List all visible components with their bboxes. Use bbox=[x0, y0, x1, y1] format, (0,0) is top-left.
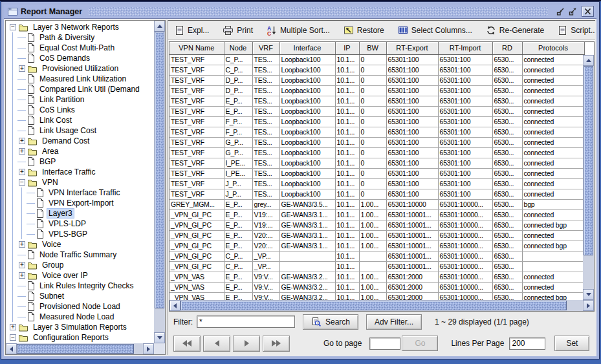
table-row[interactable]: TEST_VRFJ_P...TES...Loopback10010.1...06… bbox=[169, 178, 584, 189]
tree-item-compared-link-util-demand[interactable]: Compared Link Util (Demand bbox=[8, 84, 154, 94]
expand-toggle-icon[interactable]: + bbox=[10, 324, 16, 330]
tree-item-provisioned-utilization[interactable]: +Provisioned Utilization bbox=[8, 63, 154, 74]
table-row[interactable]: _VPN_GI_PCC_P..._VP...10.1...65301:10001… bbox=[169, 251, 584, 261]
table-row[interactable]: _VPN_VASE_P...V9:V...GE-WAN3/3.2...10.1.… bbox=[169, 282, 584, 292]
filter-input[interactable] bbox=[197, 316, 295, 328]
tree-item-provisioned-node-load[interactable]: Provisioned Node Load bbox=[8, 301, 154, 312]
toolbar-button-print[interactable]: Print bbox=[223, 25, 253, 36]
scroll-left-button[interactable] bbox=[6, 343, 17, 354]
scrollbar-thumb[interactable] bbox=[155, 32, 164, 308]
tree-item-link-rules-integrity-checks[interactable]: Link Rules Integrity Checks bbox=[8, 281, 154, 291]
scroll-down-button[interactable] bbox=[583, 289, 594, 300]
tree-item-layer-3-network-reports[interactable]: −Layer 3 Network Reports bbox=[8, 22, 154, 32]
table-row[interactable]: TEST_VRFF_P...TES...Loopback10010.1...06… bbox=[169, 127, 584, 137]
column-header-rt-import[interactable]: RT-Import bbox=[438, 42, 492, 54]
collapse-toggle-icon[interactable]: − bbox=[10, 334, 16, 341]
toolbar-button-multiple-sort[interactable]: ACMultiple Sort... bbox=[267, 25, 330, 36]
last-page-button[interactable] bbox=[263, 336, 290, 352]
table-row[interactable]: TEST_VRFI_PE...TES...Loopback10010.1...0… bbox=[169, 168, 584, 178]
table-row[interactable]: TEST_VRFF_P...TES...Loopback10010.1...06… bbox=[169, 116, 584, 127]
table-vertical-scrollbar[interactable] bbox=[583, 55, 594, 300]
toolbar-button-restore[interactable]: Restore bbox=[344, 25, 384, 35]
search-button[interactable]: Search bbox=[303, 314, 358, 330]
tree-item-cos-demands[interactable]: CoS Demands bbox=[8, 53, 154, 63]
tree-item-layer3[interactable]: Layer3 bbox=[8, 208, 154, 219]
tree-item-vpn[interactable]: −VPN bbox=[8, 177, 154, 187]
expand-toggle-icon[interactable]: + bbox=[19, 65, 25, 72]
toolbar-button-re-generate[interactable]: Re-Generate bbox=[486, 25, 544, 36]
table-row[interactable]: GREY_MGM...E_P...grey...GE-WAN3/3.5...10… bbox=[169, 199, 584, 209]
table-row[interactable]: TEST_VRFC_P...TES...Loopback10010.1...06… bbox=[169, 65, 584, 75]
tree-item-group[interactable]: +Group bbox=[8, 260, 154, 270]
table-row[interactable]: TEST_VRFG_P...TES...Loopback10010.1...06… bbox=[169, 137, 584, 147]
tree-item-vpls-bgp[interactable]: VPLS-BGP bbox=[8, 229, 154, 239]
title-bar[interactable]: Report Manager bbox=[4, 5, 596, 19]
expand-toggle-icon[interactable]: + bbox=[19, 169, 25, 175]
minimize-button[interactable] bbox=[554, 6, 567, 17]
goto-page-input[interactable] bbox=[369, 337, 400, 350]
toolbar-button-script[interactable]: Script... bbox=[558, 25, 595, 36]
scrollbar-thumb[interactable] bbox=[180, 301, 567, 310]
tree-item-voice[interactable]: +Voice bbox=[8, 239, 154, 250]
table-row[interactable]: TEST_VRFE_P...TES...Loopback10010.1...06… bbox=[169, 106, 584, 116]
expand-toggle-icon[interactable]: + bbox=[19, 262, 25, 268]
table-row[interactable]: _VPN_GI_PCE_P...V19:...GE-WAN3/3.1...10.… bbox=[169, 209, 584, 220]
scrollbar-track[interactable] bbox=[17, 343, 143, 354]
table-row[interactable]: TEST_VRFE_P...TES...Loopback10010.1...06… bbox=[169, 96, 584, 106]
tree-item-bgp[interactable]: BGP bbox=[8, 156, 154, 167]
scrollbar-track[interactable] bbox=[583, 66, 594, 289]
tree-item-layer-3-simulation-reports[interactable]: +Layer 3 Simulation Reports bbox=[8, 322, 154, 332]
next-page-button[interactable] bbox=[233, 336, 260, 352]
tree-item-link-cost[interactable]: Link Cost bbox=[8, 115, 154, 125]
column-header-node[interactable]: Node bbox=[224, 42, 252, 54]
column-header-rd[interactable]: RD bbox=[492, 42, 522, 54]
collapse-toggle-icon[interactable]: − bbox=[10, 24, 16, 30]
go-button[interactable]: Go bbox=[402, 336, 438, 351]
toolbar-button-select-columns[interactable]: Select Columns... bbox=[398, 25, 472, 35]
column-header-bw[interactable]: BW bbox=[359, 42, 386, 54]
scrollbar-track[interactable] bbox=[180, 300, 583, 311]
tree-item-equal-cost-multi-path[interactable]: Equal Cost Multi-Path bbox=[8, 43, 154, 53]
table-horizontal-scrollbar[interactable] bbox=[169, 300, 594, 311]
scroll-up-button[interactable] bbox=[154, 21, 165, 32]
tree-item-node-traffic-summary[interactable]: Node Traffic Summary bbox=[8, 250, 154, 260]
scroll-left-button[interactable] bbox=[169, 300, 180, 311]
column-header-interface[interactable]: Interface bbox=[279, 42, 335, 54]
scroll-right-button[interactable] bbox=[143, 343, 154, 354]
toolbar-button-expl[interactable]: Expl... bbox=[175, 25, 209, 36]
tree-item-path-diversity[interactable]: Path & Diversity bbox=[8, 32, 154, 43]
table-row[interactable]: TEST_VRFD_P...TES...Loopback10010.1...06… bbox=[169, 75, 584, 85]
table-row[interactable]: TEST_VRFC_P...TES...Loopback10010.1...06… bbox=[169, 54, 584, 65]
collapse-toggle-icon[interactable]: − bbox=[19, 179, 25, 186]
scroll-right-button[interactable] bbox=[583, 300, 594, 311]
lines-per-page-input[interactable] bbox=[509, 337, 545, 350]
scrollbar-thumb[interactable] bbox=[17, 344, 134, 354]
table-row[interactable]: _VPN_GI_PCE_P...V19:...GE-WAN3/3.1...10.… bbox=[169, 220, 584, 230]
first-page-button[interactable] bbox=[173, 336, 201, 352]
table-row[interactable]: TEST_VRFI_PE...TES...Loopback10010.1...0… bbox=[169, 158, 584, 168]
expand-toggle-icon[interactable]: + bbox=[19, 148, 25, 155]
tree-item-measured-node-load[interactable]: Measured Node Load bbox=[8, 312, 154, 322]
column-header-rt-export[interactable]: RT-Export bbox=[386, 42, 438, 54]
close-button[interactable] bbox=[582, 6, 594, 17]
expand-toggle-icon[interactable]: + bbox=[19, 138, 25, 144]
table-row[interactable]: _VPN_GI_PCE_P...V20:...GE-WAN3/3.1...10.… bbox=[169, 241, 584, 251]
tree-item-voice-over-ip[interactable]: +Voice over IP bbox=[8, 270, 154, 281]
tree-item-configuration-reports[interactable]: −Configuration Reports bbox=[8, 332, 154, 343]
scroll-up-button[interactable] bbox=[583, 55, 594, 66]
tree-item-measured-link-utilization[interactable]: Measured Link Utilization bbox=[8, 74, 154, 84]
tree-item-area[interactable]: +Area bbox=[8, 146, 154, 156]
adv-filter-button[interactable]: Adv Filter... bbox=[366, 314, 422, 330]
tree-item-vpn-interface-traffic[interactable]: VPN Interface Traffic bbox=[8, 187, 154, 198]
column-header-vrf[interactable]: VRF bbox=[252, 42, 279, 54]
tree-horizontal-scrollbar[interactable] bbox=[6, 343, 154, 354]
tree-item-demand-cost[interactable]: +Demand Cost bbox=[8, 136, 154, 146]
tree-item-cos-links[interactable]: CoS Links bbox=[8, 105, 154, 115]
column-header-vpn-name[interactable]: VPN Name bbox=[169, 42, 224, 54]
column-header-ip[interactable]: IP bbox=[335, 42, 359, 54]
expand-toggle-icon[interactable]: + bbox=[19, 241, 25, 248]
table-row[interactable]: TEST_VRFG_P...TES...Loopback10010.1...06… bbox=[169, 147, 584, 158]
table-row[interactable]: _VPN_VASE_P...V9:V...GE-WAN3/3.2...10.1.… bbox=[169, 272, 584, 282]
expand-toggle-icon[interactable]: + bbox=[19, 272, 25, 279]
tree-vertical-scrollbar[interactable] bbox=[154, 21, 165, 343]
